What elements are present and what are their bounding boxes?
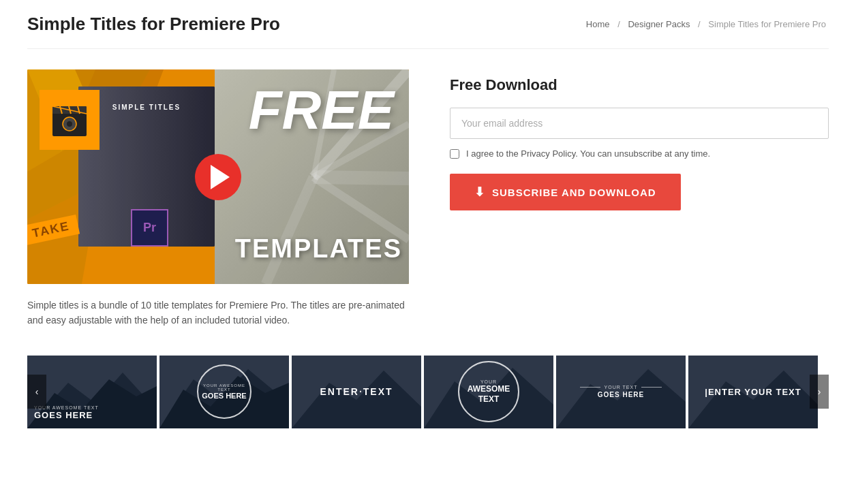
- carousel-prev-button[interactable]: ‹: [27, 375, 46, 409]
- email-input[interactable]: [450, 108, 829, 139]
- item5-text: YOUR TEXT GOES HERE: [556, 356, 686, 428]
- box-label: SIMPLE TITLES: [85, 104, 208, 111]
- item3-text: ENTER·TEXT: [292, 356, 421, 428]
- breadcrumb-sep1: /: [617, 19, 620, 29]
- item4-text: YOUR AWESOMETEXT: [424, 356, 553, 428]
- breadcrumb-pack[interactable]: Designer Packs: [628, 19, 690, 29]
- page-wrapper: Simple Titles for Premiere Pro Home / De…: [0, 0, 856, 442]
- item6-text: |ENTER YOUR TEXT: [688, 356, 818, 428]
- video-thumbnail[interactable]: SIMPLE TITLES Pr TAKE FREE TEMPLATES: [27, 69, 409, 284]
- clapper-svg: [49, 99, 90, 140]
- carousel-next-button[interactable]: ›: [810, 375, 829, 409]
- privacy-checkbox[interactable]: [450, 149, 459, 159]
- carousel-item-1[interactable]: YOUR AWESOME TEXT GOES HERE: [27, 356, 157, 428]
- privacy-row: I agree to the Privacy Policy. You can u…: [450, 148, 829, 159]
- breadcrumb: Home / Designer Packs / Simple Titles fo…: [583, 19, 829, 29]
- page-title: Simple Titles for Premiere Pro: [27, 14, 280, 35]
- subscribe-label: SUBSCRIBE AND DOWNLOAD: [492, 187, 656, 198]
- breadcrumb-home[interactable]: Home: [586, 19, 610, 29]
- left-column: SIMPLE TITLES Pr TAKE FREE TEMPLATES Sim…: [27, 69, 409, 328]
- privacy-text: I agree to the Privacy Policy. You can u…: [466, 148, 710, 159]
- breadcrumb-current: Simple Titles for Premiere Pro: [708, 19, 826, 29]
- carousel-section: ‹ YOUR AWESOME TEXT GOES HERE: [27, 356, 829, 428]
- svg-point-21: [67, 121, 72, 127]
- carousel-item-5[interactable]: YOUR TEXT GOES HERE: [556, 356, 686, 428]
- carousel-item-4[interactable]: YOUR AWESOMETEXT: [424, 356, 553, 428]
- carousel-item-3[interactable]: ENTER·TEXT: [292, 356, 421, 428]
- page-header: Simple Titles for Premiere Pro Home / De…: [27, 14, 829, 49]
- breadcrumb-sep2: /: [698, 19, 701, 29]
- templates-text: TEMPLATES: [235, 234, 402, 264]
- play-button[interactable]: [195, 154, 241, 200]
- carousel-container: YOUR AWESOME TEXT GOES HERE YOUR AWESOME…: [27, 356, 829, 428]
- download-icon: ⬇: [474, 185, 485, 200]
- carousel-item-6[interactable]: |ENTER YOUR TEXT: [688, 356, 818, 428]
- pr-badge: Pr: [131, 209, 168, 247]
- item2-text: YOUR AWESOME TEXT GOES HERE: [159, 356, 289, 428]
- free-download-title: Free Download: [450, 76, 829, 94]
- free-text: FREE: [249, 83, 394, 138]
- main-content: SIMPLE TITLES Pr TAKE FREE TEMPLATES Sim…: [27, 69, 829, 328]
- description-text: Simple titles is a bundle of 10 title te…: [27, 298, 409, 328]
- subscribe-button[interactable]: ⬇ SUBSCRIBE AND DOWNLOAD: [450, 174, 681, 210]
- clapper-icon: [40, 90, 100, 150]
- right-column: Free Download I agree to the Privacy Pol…: [450, 69, 829, 328]
- carousel-item-2[interactable]: YOUR AWESOME TEXT GOES HERE: [159, 356, 289, 428]
